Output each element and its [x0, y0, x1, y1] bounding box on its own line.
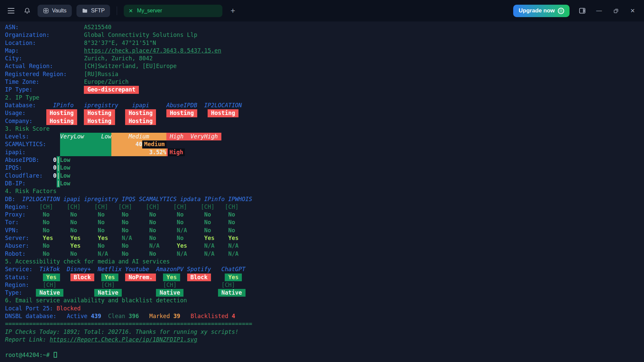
terminal-tab-my-server[interactable]: ✕ My_server: [124, 5, 222, 17]
terminal-text: 0: [53, 157, 56, 163]
new-tab-button[interactable]: +: [230, 7, 235, 15]
terminal-text: No: [228, 219, 235, 226]
terminal-text: No: [70, 211, 77, 218]
terminal-text: [CH]: [43, 282, 57, 288]
row-service-type: Type: Native Native Native Native: [0, 289, 644, 297]
terminal-text: TikTok: [39, 266, 60, 273]
terminal-text: High VeryHigh: [166, 133, 221, 140]
terminal-text: Hosting: [208, 109, 238, 117]
dnsbl-marked-count: 39: [173, 313, 180, 319]
section-5: 5. Accessibility check for media and AI …: [0, 258, 644, 265]
terminal-text: [60, 140, 112, 148]
restore-button[interactable]: [612, 7, 620, 15]
sftp-button[interactable]: SFTP: [76, 5, 110, 17]
terminal-text: Yes: [70, 242, 81, 249]
terminal-text: Region:: [5, 282, 29, 288]
row-scamalytics: SCAMALYTICS: 40Medium: [0, 140, 644, 148]
terminal-text: 0: [53, 172, 56, 179]
toggle-sidebar-button[interactable]: [578, 7, 586, 15]
terminal-text: Netflix: [98, 266, 122, 273]
vaults-button[interactable]: Vaults: [38, 5, 72, 17]
terminal-text: No: [98, 242, 104, 249]
terminal-text: Low: [60, 164, 70, 171]
row-proxy: Proxy: No No No No No No No No: [0, 211, 644, 219]
terminal-text: 2. IP Type: [5, 94, 39, 101]
terminal-text: No: [70, 250, 77, 257]
terminal-text: Tor:: [5, 219, 19, 226]
terminal-text: [CH]: [173, 203, 187, 210]
terminal-text: |: [57, 180, 60, 187]
row-tor: Tor: No No No No No No No No: [0, 219, 644, 226]
upgrade-arrow-icon: ↑: [558, 8, 564, 14]
upgrade-now-button[interactable]: Upgrade now ↑: [513, 5, 570, 17]
terminal-text: 4. Risk Factors: [5, 188, 57, 194]
terminal-text: No: [43, 219, 50, 226]
terminal-text: No: [149, 227, 156, 234]
row-abuseipdb-score: AbuseIPDB: 0|Low: [0, 156, 644, 164]
row-checks-count: IP Checks Today: 1892; Total: 202716. Th…: [0, 328, 644, 336]
terminal-text: [CH]Switzerland, [EU]Europe: [84, 63, 176, 69]
close-window-button[interactable]: ✕: [629, 7, 637, 15]
terminal-text: Yes: [43, 235, 53, 241]
section-6: 6. Email service availability and blackl…: [0, 297, 644, 304]
terminal-text: |: [57, 172, 60, 180]
terminal-text: No: [122, 242, 128, 249]
row-service-headers: Service: TikTok Disney+ Netflix Youtube …: [0, 265, 644, 273]
section-4: 4. Risk Factors: [0, 187, 644, 195]
terminal-text: Global Connectivity Solutions Llp: [84, 32, 197, 38]
terminal-text: Block: [70, 274, 95, 281]
terminal-text: Proxy:: [5, 211, 25, 218]
close-tab-icon[interactable]: ✕: [128, 8, 133, 14]
sftp-label: SFTP: [91, 8, 105, 14]
terminal-text: Organization:: [5, 32, 50, 38]
map-link[interactable]: https://check.place/47.3643,8.5437,15,en: [84, 47, 221, 54]
row-city: City: Zurich, Zurich, 8042: [0, 55, 644, 62]
upgrade-label: Upgrade now: [519, 7, 555, 14]
terminal-text: [CH]: [201, 203, 215, 210]
titlebar: Vaults SFTP ✕ My_server + Upgrade now ↑ …: [0, 0, 644, 21]
terminal-text: Yes: [70, 235, 81, 241]
terminal-text: Database:: [5, 102, 36, 109]
terminal-text: N/A: [228, 242, 238, 249]
terminal-text: Medium: [111, 133, 166, 140]
terminal-text: IP2LOCATION: [204, 102, 242, 109]
row-status: Status: Yes Block Yes NoPrem. Yes Block …: [0, 274, 644, 281]
terminal-text: No: [98, 211, 104, 218]
terminal-text: SCAMALYTICS:: [5, 141, 46, 147]
terminal-text: Cloudflare:: [5, 172, 43, 179]
terminal-text: N/A: [122, 235, 132, 241]
terminal-text: No: [122, 211, 128, 218]
terminal-text: 8°32'37"E, 47°21'51"N: [84, 40, 156, 46]
terminal-text: ipregistry: [84, 102, 118, 109]
ipapi-level: High: [166, 148, 185, 156]
terminal-text: Native: [94, 289, 122, 297]
row-usage: Usage: Hosting Hosting Hosting Hosting H…: [0, 109, 644, 117]
terminal-text: Block: [187, 274, 211, 281]
row-separator: ========================================…: [0, 320, 644, 328]
terminal-text: No: [70, 227, 77, 234]
terminal-text: AmazonPV: [156, 266, 183, 273]
row-asn: ASN: AS215540: [0, 23, 644, 31]
terminal-text: No: [70, 219, 77, 226]
terminal[interactable]: ASN: AS215540Organization: Global Connec…: [0, 21, 644, 362]
terminal-text: Type:: [5, 289, 22, 296]
row-registered-region: Registered Region: [RU]Russia: [0, 70, 644, 78]
terminal-text: No: [204, 211, 211, 218]
terminal-text: Yes: [225, 274, 242, 281]
terminal-text: No: [228, 227, 235, 234]
terminal-text: [60, 148, 112, 156]
terminal-text: Marked: [149, 313, 170, 319]
terminal-text: 6. Email service availability and blackl…: [5, 297, 187, 304]
terminal-text: N/A: [204, 250, 215, 257]
terminal-text: |: [57, 156, 60, 164]
report-link[interactable]: https://Report.Check.Place/ip/1BNZFDIP1.…: [50, 336, 197, 343]
notifications-button[interactable]: [21, 5, 33, 16]
terminal-text: IP Checks Today: 1892; Total: 202716. Th…: [5, 328, 238, 335]
section-2: 2. IP Type: [0, 94, 644, 102]
minimize-button[interactable]: —: [595, 7, 603, 15]
dnsbl-active-count: 439: [91, 313, 101, 319]
terminal-text: Server:: [5, 235, 29, 241]
terminal-text: Youtube: [125, 266, 149, 273]
folder-icon: [82, 8, 88, 14]
menu-button[interactable]: [5, 5, 17, 16]
